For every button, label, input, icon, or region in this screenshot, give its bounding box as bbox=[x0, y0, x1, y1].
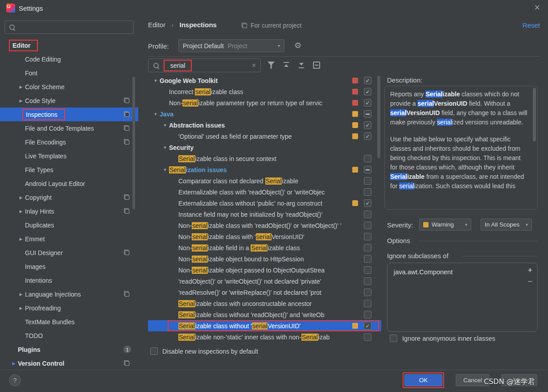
inspection-row[interactable]: Serializable class with unconstructable … bbox=[148, 298, 381, 309]
inspection-checkbox[interactable] bbox=[364, 266, 371, 274]
disable-new-inspections-checkbox[interactable] bbox=[150, 347, 158, 355]
chevron-right-icon[interactable]: ▶ bbox=[17, 99, 25, 103]
description-scrollbar[interactable] bbox=[533, 88, 536, 207]
inspection-checkbox[interactable] bbox=[364, 244, 371, 252]
sidebar-item-file-encodings[interactable]: File Encodings bbox=[0, 135, 138, 149]
inspection-checkbox[interactable] bbox=[364, 77, 371, 84]
sidebar-item-emmet[interactable]: ▶Emmet bbox=[0, 232, 138, 246]
chevron-right-icon[interactable]: ▶ bbox=[17, 292, 25, 297]
help-button[interactable]: ? bbox=[9, 374, 21, 386]
inspection-row[interactable]: Non-serializable class with 'serialVersi… bbox=[148, 231, 381, 242]
chevron-right-icon[interactable]: ▶ bbox=[17, 306, 25, 310]
inspection-checkbox[interactable] bbox=[364, 300, 371, 307]
collapse-all-icon[interactable] bbox=[298, 62, 305, 69]
sidebar-item-version-control[interactable]: ▶Version Control bbox=[0, 356, 138, 370]
sidebar-item-images[interactable]: Images bbox=[0, 260, 138, 273]
inspection-checkbox[interactable] bbox=[364, 110, 371, 118]
sidebar-item-android-layout-editor[interactable]: Android Layout Editor bbox=[0, 177, 138, 190]
inspection-checkbox[interactable] bbox=[364, 88, 371, 95]
inspection-checkbox[interactable] bbox=[364, 322, 371, 330]
inspection-row[interactable]: ▼Security bbox=[148, 142, 381, 153]
tree-scrollbar[interactable] bbox=[377, 76, 380, 339]
inspection-row[interactable]: ▼Serialization issues bbox=[148, 164, 381, 175]
inspection-checkbox[interactable] bbox=[364, 289, 371, 296]
inspection-row[interactable]: Externalizable class with 'readObject()'… bbox=[148, 186, 381, 198]
inspection-checkbox[interactable] bbox=[364, 99, 371, 107]
sidebar-item-file-and-code-templates[interactable]: File and Code Templates bbox=[0, 121, 138, 135]
chevron-right-icon[interactable]: ▶ bbox=[17, 209, 25, 214]
inspection-checkbox[interactable] bbox=[364, 199, 371, 207]
filter-icon[interactable] bbox=[268, 62, 275, 69]
chevron-right-icon[interactable]: ▶ bbox=[17, 237, 25, 241]
ok-button[interactable]: OK bbox=[404, 374, 442, 386]
sidebar-item-duplicates[interactable]: Duplicates bbox=[0, 218, 138, 232]
sidebar-item-font[interactable]: Font bbox=[0, 66, 138, 80]
inspection-row[interactable]: Comparator class not declared Serializab… bbox=[148, 175, 381, 186]
chevron-right-icon[interactable]: ▶ bbox=[10, 361, 18, 366]
ignore-subclasses-list[interactable]: java.awt.Component + − bbox=[387, 263, 538, 332]
inspection-checkbox[interactable] bbox=[364, 177, 371, 185]
close-icon[interactable]: × bbox=[534, 3, 540, 12]
inspection-row[interactable]: 'readObject()' or 'writeObject()' not de… bbox=[148, 276, 381, 287]
sidebar-item-color-scheme[interactable]: ▶Color Scheme bbox=[0, 80, 138, 94]
clear-search-icon[interactable]: × bbox=[252, 62, 256, 70]
inspections-search-field[interactable]: serial × bbox=[148, 58, 261, 72]
inspection-checkbox[interactable] bbox=[364, 188, 371, 196]
inspection-row[interactable]: ▼Java bbox=[148, 108, 381, 120]
inspection-row[interactable]: Incorrect serializable class bbox=[148, 86, 381, 97]
inspection-row[interactable]: ▼Google Web Toolkit bbox=[148, 75, 381, 86]
sidebar-item-gui-designer[interactable]: GUI Designer bbox=[0, 246, 138, 260]
inspection-checkbox[interactable] bbox=[364, 166, 371, 173]
inspection-checkbox[interactable] bbox=[364, 311, 371, 318]
sidebar-item-live-templates[interactable]: Live Templates bbox=[0, 149, 138, 163]
sidebar-item-code-style[interactable]: ▶Code Style bbox=[0, 94, 138, 107]
reset-link[interactable]: Reset bbox=[523, 21, 540, 29]
sidebar-item-intentions[interactable]: Intentions bbox=[0, 273, 138, 287]
inspection-row[interactable]: Serializable class in secure context bbox=[148, 153, 381, 164]
inspection-row[interactable]: Serializable class without 'readObject()… bbox=[148, 309, 381, 320]
scope-dropdown[interactable]: In All Scopes ▾ bbox=[481, 219, 532, 231]
chevron-down-icon[interactable]: ▼ bbox=[152, 78, 160, 83]
inspection-checkbox[interactable] bbox=[364, 333, 371, 341]
reset-filter-icon[interactable] bbox=[313, 62, 320, 69]
expand-all-icon[interactable] bbox=[283, 62, 290, 69]
chevron-down-icon[interactable]: ▼ bbox=[161, 168, 169, 172]
inspection-row[interactable]: Non-serializable class with 'readObject(… bbox=[148, 220, 381, 231]
sidebar-item-code-editing[interactable]: Code Editing bbox=[0, 52, 138, 66]
inspection-row[interactable]: Serializable class without 'serialVersio… bbox=[148, 320, 381, 331]
breadcrumb-editor[interactable]: Editor bbox=[148, 21, 165, 29]
sidebar-item-language-injections[interactable]: ▶Language Injections bbox=[0, 287, 138, 301]
inspection-checkbox[interactable] bbox=[364, 222, 371, 229]
inspection-checkbox[interactable] bbox=[364, 233, 371, 240]
inspection-row[interactable]: Non-serializable field in a Serializable… bbox=[148, 242, 381, 253]
sidebar-item-copyright[interactable]: ▶Copyright bbox=[0, 190, 138, 204]
sidebar-item-file-types[interactable]: File Types bbox=[0, 163, 138, 177]
inspection-checkbox[interactable] bbox=[364, 255, 371, 263]
inspection-checkbox[interactable] bbox=[364, 132, 371, 140]
sidebar-item-proofreading[interactable]: ▶Proofreading bbox=[0, 301, 138, 315]
inspection-row[interactable]: 'readResolve()' or 'writeReplace()' not … bbox=[148, 287, 381, 298]
sidebar-scrollbar[interactable] bbox=[132, 77, 135, 209]
sidebar-item-editor[interactable]: Editor bbox=[0, 38, 138, 52]
sidebar-item-inspections[interactable]: Inspections bbox=[0, 107, 138, 121]
sidebar-item-inlay-hints[interactable]: ▶Inlay Hints bbox=[0, 204, 138, 218]
inspection-checkbox[interactable] bbox=[364, 121, 371, 129]
add-icon[interactable]: + bbox=[527, 267, 532, 274]
list-item[interactable]: java.awt.Component bbox=[387, 263, 537, 276]
sidebar-item-todo[interactable]: TODO bbox=[0, 329, 138, 342]
inspection-checkbox[interactable] bbox=[364, 210, 371, 218]
chevron-down-icon[interactable]: ▼ bbox=[161, 145, 169, 150]
chevron-right-icon[interactable]: ▶ bbox=[17, 85, 25, 89]
sidebar-item-plugins[interactable]: Plugins1 bbox=[0, 342, 138, 356]
chevron-right-icon[interactable]: ▶ bbox=[17, 195, 25, 200]
inspection-row[interactable]: ▼Abstraction issues bbox=[148, 120, 381, 131]
inspection-checkbox[interactable] bbox=[364, 277, 371, 285]
inspection-row[interactable]: Non-serializable parameter type or retur… bbox=[148, 97, 381, 108]
sidebar-item-textmate-bundles[interactable]: TextMate Bundles bbox=[0, 315, 138, 329]
profile-dropdown[interactable]: Project Default Project ▾ bbox=[178, 39, 284, 52]
severity-dropdown[interactable]: Warning ▾ bbox=[419, 219, 471, 231]
inspection-row[interactable]: Non-serializable object bound to HttpSes… bbox=[148, 253, 381, 264]
remove-icon[interactable]: − bbox=[527, 278, 532, 285]
gear-icon[interactable]: ⚙ bbox=[294, 41, 301, 50]
inspection-checkbox[interactable] bbox=[364, 155, 371, 162]
